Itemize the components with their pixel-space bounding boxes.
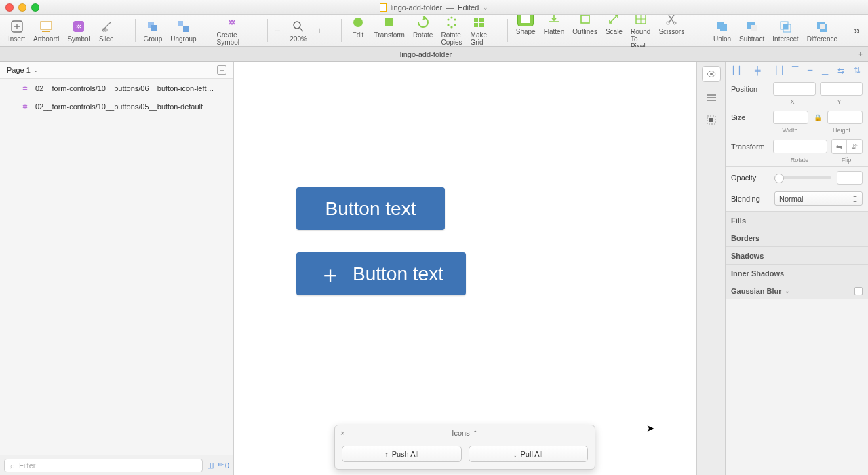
round-to-pixel-button[interactable]: Round To Pixel xyxy=(627,10,654,52)
group-button[interactable]: Group xyxy=(139,18,166,44)
add-tab-button[interactable]: ＋ xyxy=(852,47,868,61)
slice-button[interactable]: Slice xyxy=(94,18,119,44)
rotate-field[interactable] xyxy=(773,140,827,153)
flip-vertical-button[interactable]: ⇵ xyxy=(847,140,862,153)
icons-panel-header[interactable]: × Icons⌃ xyxy=(335,425,595,440)
svg-rect-3 xyxy=(73,21,84,32)
make-grid-button[interactable]: Make Grid xyxy=(467,14,491,48)
symbol-button[interactable]: Symbol xyxy=(63,18,94,44)
union-button[interactable]: Union xyxy=(709,18,735,44)
filter-placeholder: Filter xyxy=(19,461,35,470)
svg-rect-37 xyxy=(707,94,716,96)
gaussian-blur-checkbox[interactable] xyxy=(854,287,863,295)
intersect-button[interactable]: Intersect xyxy=(768,18,802,44)
close-icon[interactable]: × xyxy=(340,429,344,437)
artboard-grid-icon[interactable] xyxy=(217,65,226,75)
minimize-window[interactable] xyxy=(18,3,26,12)
distribute-h-icon[interactable]: ⇆ xyxy=(837,66,844,75)
svg-rect-29 xyxy=(751,25,757,31)
width-sublabel: Width xyxy=(769,127,811,134)
zoom-out-button[interactable]: − xyxy=(272,25,283,36)
inspector-mode-style[interactable] xyxy=(702,66,721,82)
transform-button[interactable]: Transform xyxy=(370,14,409,40)
zoom-display[interactable]: 200% xyxy=(285,18,311,44)
align-center-v-icon[interactable]: ━ xyxy=(808,66,812,75)
align-left-icon[interactable]: ▏▏ xyxy=(733,66,745,75)
difference-button[interactable]: Difference xyxy=(803,18,842,44)
icons-panel-title: Icons xyxy=(452,429,469,437)
canvas[interactable]: Button text ＋ Button text ➤ × Icons⌃ ↑Pu… xyxy=(234,62,697,475)
lock-icon[interactable]: 🔒 xyxy=(812,114,823,121)
align-center-h-icon[interactable]: ╪ xyxy=(755,66,761,75)
layer-name: 02__form-controls/10__buttons/06__button… xyxy=(35,84,214,92)
svg-rect-24 xyxy=(581,15,589,23)
borders-section[interactable]: Borders xyxy=(726,229,868,246)
artboard-button[interactable]: Artboard xyxy=(29,18,63,44)
title-separator: — xyxy=(446,3,454,12)
icons-plugin-panel[interactable]: × Icons⌃ ↑Push All ↓Pull All xyxy=(334,425,595,470)
layer-row[interactable]: 02__form-controls/10__buttons/06__button… xyxy=(0,79,233,97)
align-bottom-icon[interactable]: ▁ xyxy=(822,66,828,75)
make-grid-icon xyxy=(471,15,487,30)
zoom-window[interactable] xyxy=(31,3,39,12)
inner-shadows-section[interactable]: Inner Shadows xyxy=(726,264,868,282)
height-field[interactable] xyxy=(827,111,863,124)
gaussian-blur-section[interactable]: Gaussian Blur⌄ xyxy=(726,282,868,299)
position-y-field[interactable] xyxy=(820,82,863,96)
svg-point-36 xyxy=(710,73,713,75)
toolbar-overflow[interactable]: » xyxy=(854,24,864,37)
opacity-label: Opacity xyxy=(731,174,769,182)
slice-icon xyxy=(98,19,115,34)
pull-all-button[interactable]: ↓Pull All xyxy=(469,446,589,462)
svg-point-11 xyxy=(353,18,363,27)
blending-select[interactable]: Normal xyxy=(774,191,863,206)
opacity-field[interactable] xyxy=(837,171,863,185)
main-toolbar: Insert Artboard Symbol Slice Group Ungro… xyxy=(0,15,868,47)
document-tab[interactable]: lingo-add-folder xyxy=(0,50,852,58)
close-window[interactable] xyxy=(5,3,14,12)
create-symbol-button[interactable]: Create Symbol xyxy=(213,14,252,48)
distribute-v-icon[interactable]: ⇅ xyxy=(854,66,861,75)
title-menu-caret[interactable]: ⌄ xyxy=(483,4,488,11)
edit-icon xyxy=(350,15,366,30)
magnifier-icon xyxy=(290,19,307,34)
align-top-icon[interactable]: ▔ xyxy=(792,66,798,75)
width-field[interactable] xyxy=(773,111,808,124)
arrow-up-icon: ↑ xyxy=(384,450,389,458)
insert-button[interactable]: Insert xyxy=(4,18,29,44)
footer-slice-count[interactable]: ✏︎0 xyxy=(218,461,229,470)
edit-button[interactable]: Edit xyxy=(346,14,370,40)
layers-panel: Page 1 ⌄ 02__form-controls/10__buttons/0… xyxy=(0,62,234,475)
svg-rect-35 xyxy=(820,24,825,29)
rotate-copies-button[interactable]: Rotate Copies xyxy=(437,14,466,48)
svg-rect-21 xyxy=(474,23,478,27)
position-x-field[interactable] xyxy=(773,82,816,96)
fills-section[interactable]: Fills xyxy=(726,211,868,229)
rotate-button[interactable]: Rotate xyxy=(409,14,437,40)
shadows-section[interactable]: Shadows xyxy=(726,246,868,264)
arrow-down-icon: ↓ xyxy=(513,450,517,458)
pages-header[interactable]: Page 1 ⌄ xyxy=(0,62,233,79)
search-icon: ⌕ xyxy=(10,461,15,470)
flip-horizontal-button[interactable]: ⇋ xyxy=(832,140,847,153)
push-all-button[interactable]: ↑Push All xyxy=(342,446,462,462)
footer-collapse-button[interactable]: ◫ xyxy=(207,461,214,470)
filter-input[interactable]: ⌕ Filter xyxy=(4,459,203,472)
union-icon xyxy=(714,19,730,34)
ungroup-button[interactable]: Ungroup xyxy=(166,18,200,44)
svg-rect-12 xyxy=(385,18,393,26)
cursor-icon: ➤ xyxy=(646,423,654,434)
inspector-mode-selection[interactable] xyxy=(702,112,721,128)
canvas-button-icon-left[interactable]: ＋ Button text xyxy=(296,252,466,295)
canvas-button-default[interactable]: Button text xyxy=(296,187,445,230)
layer-row[interactable]: 02__form-controls/10__buttons/05__button… xyxy=(0,97,233,115)
subtract-button[interactable]: Subtract xyxy=(735,18,768,44)
svg-rect-1 xyxy=(41,22,52,29)
inspector-mode-prototype[interactable] xyxy=(702,89,721,105)
opacity-slider[interactable] xyxy=(774,176,831,179)
intersect-icon xyxy=(777,19,793,34)
svg-rect-32 xyxy=(783,24,788,29)
zoom-in-button[interactable]: + xyxy=(314,25,325,36)
align-right-icon[interactable]: ▕▕ xyxy=(770,66,783,75)
layers-footer: ⌕ Filter ◫ ✏︎0 xyxy=(0,455,233,475)
